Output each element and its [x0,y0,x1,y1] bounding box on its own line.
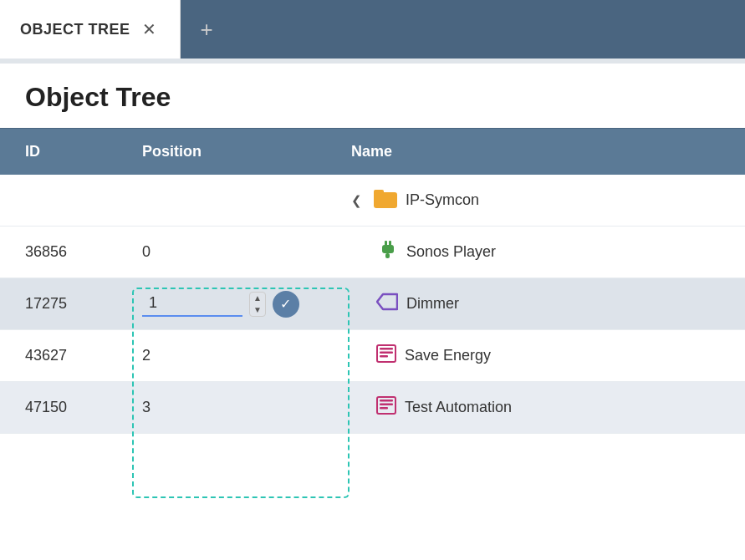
root-name-cell: ❮ IP-Symcon [351,188,720,212]
table-row: 36856 0 Sonos Player [0,227,745,278]
tree-chevron-icon[interactable]: ❮ [351,193,362,208]
svg-rect-5 [385,253,390,258]
table-row: 17275 ▲ ▼ ✓ Dimmer [0,278,745,330]
row-0-position: 0 [142,243,351,261]
row-1-name-cell: Dimmer [351,293,720,315]
page-title: Object Tree [25,82,720,113]
tab-label: OBJECT TREE [20,21,130,38]
position-edit-input[interactable] [142,291,242,317]
col-header-position: Position [142,143,351,160]
row-3-position: 3 [142,399,351,416]
inline-edit-container: ▲ ▼ ✓ [142,291,351,318]
col-header-id: ID [25,143,142,160]
table-row: 43627 2 Save Energy [0,330,745,382]
table-body: ❮ IP-Symcon 36856 0 [0,175,745,434]
tab-close-button[interactable]: ✕ [139,19,160,39]
row-3-name-label: Test Automation [405,399,512,416]
row-0-id: 36856 [25,243,142,261]
tab-add-button[interactable]: + [196,17,218,42]
confirm-edit-button[interactable]: ✓ [273,291,299,318]
row-3-name-cell: Test Automation [351,396,720,419]
row-0-name-cell: Sonos Player [351,239,720,266]
sonos-icon [376,239,398,266]
spinner-down-icon[interactable]: ▼ [250,304,265,316]
table-header: ID Position Name [0,128,745,175]
svg-rect-9 [380,352,393,354]
folder-icon [374,188,397,212]
test-automation-icon [376,396,396,419]
row-2-position: 2 [142,347,351,364]
row-1-id: 17275 [25,295,142,313]
spinner-up-icon[interactable]: ▲ [250,293,265,304]
tab-bar: OBJECT TREE ✕ + [0,0,745,59]
svg-rect-8 [380,348,393,350]
row-0-name-label: Sonos Player [406,243,496,261]
position-value-0: 0 [142,243,151,260]
page-header: Object Tree [0,64,745,128]
dimmer-icon [376,293,398,315]
row-1-name-label: Dimmer [406,295,459,313]
tree-root-row: ❮ IP-Symcon [0,175,745,227]
svg-rect-14 [380,407,388,410]
row-1-position: ▲ ▼ ✓ [142,291,351,318]
svg-rect-12 [380,400,393,402]
row-2-name-label: Save Energy [405,347,491,364]
table-row: 47150 3 Test Automation [0,382,745,434]
svg-marker-6 [377,294,397,309]
row-2-id: 43627 [25,347,142,364]
svg-rect-10 [380,355,388,358]
save-energy-icon [376,344,396,367]
svg-rect-1 [374,190,384,196]
svg-rect-13 [380,404,393,406]
tab-object-tree[interactable]: OBJECT TREE ✕ [0,0,181,59]
row-2-name-cell: Save Energy [351,344,720,367]
col-header-name: Name [351,143,720,160]
svg-rect-4 [382,245,394,253]
root-label: IP-Symcon [406,191,479,209]
spinner-control[interactable]: ▲ ▼ [249,292,266,317]
row-3-id: 47150 [25,399,142,416]
checkmark-icon: ✓ [280,296,291,312]
